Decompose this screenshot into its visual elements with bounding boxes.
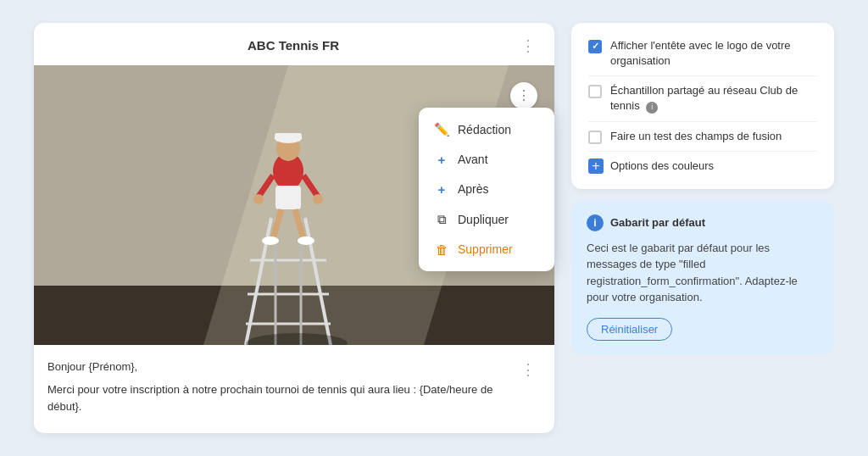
edit-icon: ✏️ [434,122,449,137]
header-menu-button[interactable]: ⋮ [515,35,541,57]
menu-label-redaction: Rédaction [458,123,511,136]
context-menu: ✏️ Rédaction + Avant + Après ⧉ Dupliquer [419,108,554,271]
option-row-logo: Afficher l'entête avec le logo de votre … [588,38,817,76]
three-dots-icon: ⋮ [517,87,531,103]
menu-item-avant[interactable]: + Avant [419,145,554,175]
info-card-body: Ceci est le gabarit par défaut pour les … [587,240,819,306]
menu-item-redaction[interactable]: ✏️ Rédaction [419,114,554,145]
svg-rect-19 [275,186,301,209]
image-menu-button[interactable]: ⋮ [510,82,537,109]
menu-label-avant: Avant [458,153,488,166]
card-text: Bonjour {Prénom}, Merci pour votre inscr… [47,359,509,421]
card-title: ABC Tennis FR [71,38,515,53]
main-container: ABC Tennis FR ⋮ [0,6,868,450]
reinitialiser-button[interactable]: Réinitialiser [587,318,672,341]
svg-point-17 [253,194,264,204]
option-label-reseau: Échantillon partagé au réseau Club de te… [610,83,817,114]
menu-item-apres[interactable]: + Après [419,175,554,204]
plus-icon: + [592,159,599,173]
card-message: Merci pour votre inscription à notre pro… [47,381,509,417]
menu-label-apres: Après [458,182,489,196]
info-circle-icon: i [587,214,604,231]
option-row-test: Faire un test des champs de fusion [588,122,817,152]
svg-point-18 [313,194,323,204]
color-options-label: Options des couleurs [610,159,714,172]
color-options-toggle[interactable]: + [588,158,604,174]
checkbox-reseau[interactable] [588,85,602,98]
plus-avant-icon: + [434,153,449,167]
svg-point-22 [262,236,279,245]
plus-apres-icon: + [434,182,449,197]
menu-item-supprimer[interactable]: 🗑 Supprimer [419,235,554,264]
svg-point-23 [298,236,314,245]
option-label-logo: Afficher l'entête avec le logo de votre … [610,38,817,69]
trash-icon: 🗑 [434,242,449,257]
svg-rect-14 [275,133,302,140]
info-card-title: Gabarit par défaut [610,216,705,229]
card-body-header: Bonjour {Prénom}, Merci pour votre inscr… [47,359,541,421]
info-card-header: i Gabarit par défaut [587,214,819,231]
info-card: i Gabarit par défaut Ceci est le gabarit… [571,201,834,354]
option-label-test: Faire un test des champs de fusion [610,129,782,144]
right-panel: Afficher l'entête avec le logo de votre … [571,23,834,354]
menu-label-supprimer: Supprimer [458,242,513,256]
menu-label-dupliquer: Dupliquer [458,213,509,226]
left-panel: ABC Tennis FR ⋮ [34,23,554,433]
option-row-reseau: Échantillon partagé au réseau Club de te… [588,76,817,121]
body-menu-button[interactable]: ⋮ [515,359,541,381]
image-area: ⋮ ✏️ Rédaction + Avant + Après [34,65,554,345]
options-card: Afficher l'entête avec le logo de votre … [571,23,834,189]
card-body: Bonjour {Prénom}, Merci pour votre inscr… [34,345,554,433]
card-header: ABC Tennis FR ⋮ [34,23,554,65]
color-options-row: + Options des couleurs [588,152,817,174]
info-icon-reseau[interactable]: i [646,102,658,114]
checkbox-test[interactable] [588,131,602,144]
menu-item-dupliquer[interactable]: ⧉ Dupliquer [419,204,554,235]
card-greeting: Bonjour {Prénom}, [47,359,509,376]
checkbox-logo[interactable] [588,40,602,53]
copy-icon: ⧉ [434,212,449,227]
